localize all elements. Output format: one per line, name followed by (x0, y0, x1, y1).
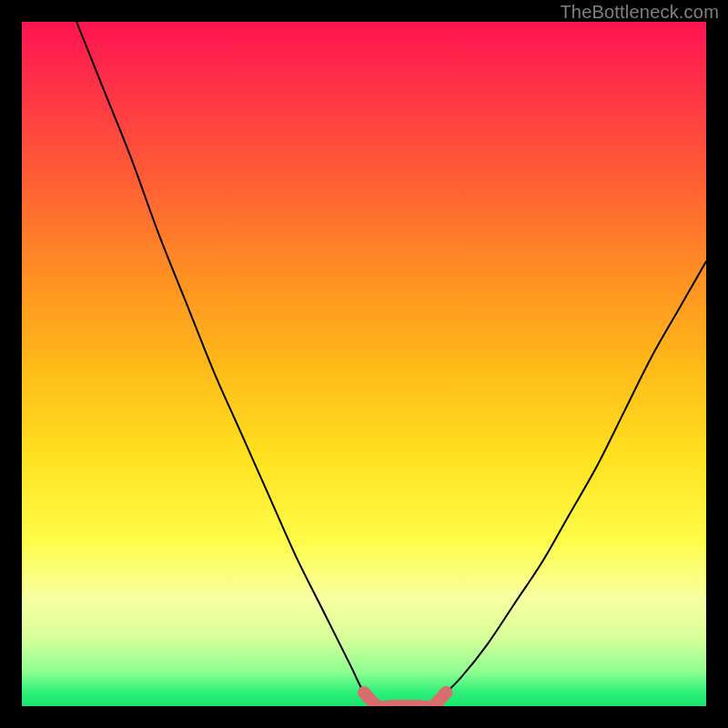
watermark-text: TheBottleneck.com (560, 2, 719, 23)
chart-stage: TheBottleneck.com (0, 0, 728, 728)
plot-area (22, 22, 706, 706)
curve-layer (76, 22, 706, 706)
left-branch-line (76, 22, 378, 706)
trough-marker (364, 693, 446, 706)
curve-overlay (22, 22, 706, 706)
right-branch-line (432, 261, 706, 706)
trough-marker-line (364, 693, 446, 706)
